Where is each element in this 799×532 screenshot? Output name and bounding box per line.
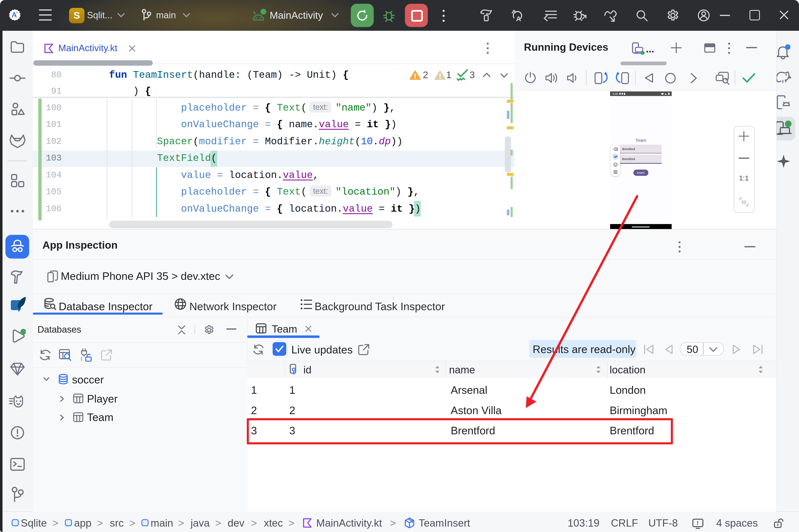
svg-text:!: !	[696, 520, 698, 526]
svg-text:A: A	[516, 15, 521, 22]
